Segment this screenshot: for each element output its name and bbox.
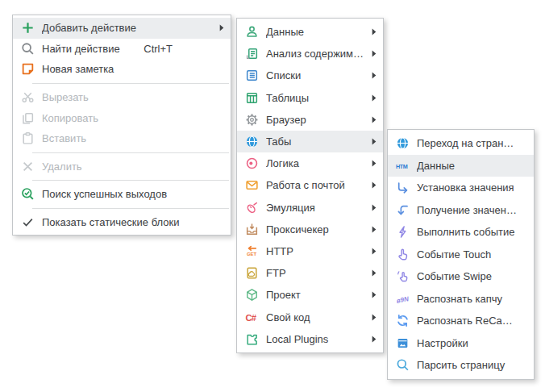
svg-text:в9N: в9N	[396, 295, 410, 305]
ftp-cloud-icon	[245, 266, 259, 280]
logic-circle-icon	[245, 156, 259, 170]
menu-item: Вырезать	[13, 87, 231, 108]
menu-item-label: Новая заметка	[42, 63, 224, 75]
menu-item-label: Проект	[266, 289, 367, 301]
add-action-submenu: ДанныеАнализ содержимогоСпискиТаблицыБра…	[236, 18, 384, 353]
submenu-arrow-icon	[367, 314, 377, 321]
menu-item-label: Получение значения	[417, 204, 518, 216]
menu-item-label: Табы	[266, 136, 367, 148]
http-get-icon: GET	[245, 244, 259, 258]
menu-item-label: Логика	[266, 157, 367, 169]
menu-item-label: Работа с почтой	[266, 179, 367, 191]
menu-item[interactable]: HTMДанные	[388, 155, 534, 177]
submenu-arrow-icon	[367, 116, 377, 123]
settings-window-icon	[396, 336, 410, 350]
get-value-arrow-icon	[396, 203, 410, 217]
menu-item[interactable]: Анализ содержимого	[237, 43, 383, 65]
mail-icon	[245, 178, 259, 192]
svg-text:GET: GET	[247, 252, 257, 256]
menu-item[interactable]: Переход на страницу	[388, 132, 534, 155]
menu-item-label: FTP	[266, 267, 367, 279]
menu-item-label: Событие Touch	[417, 248, 518, 261]
submenu-arrow-icon	[367, 72, 377, 79]
menu-item[interactable]: Новая заметка	[13, 59, 231, 80]
menu-item[interactable]: в9NРаспознать капчу	[388, 288, 534, 311]
svg-text:C#: C#	[245, 312, 256, 322]
menu-item-label: Парсить страницу	[417, 359, 518, 371]
menu-item-label: Данные	[417, 160, 518, 172]
menu-item-label: Копировать	[42, 112, 224, 124]
menu-item[interactable]: Данные	[237, 21, 383, 43]
menu-item[interactable]: Событие Touch	[388, 244, 534, 266]
menu-item[interactable]: Поиск успешных выходов	[13, 184, 231, 205]
submenu-arrow-icon	[367, 160, 377, 167]
menu-item-label: Вырезать	[42, 91, 224, 103]
menu-item[interactable]: Работа с почтой	[237, 174, 383, 196]
menu-item-label: Данные	[266, 26, 367, 38]
menu-item-label: Проксичекер	[266, 223, 367, 236]
menu-item-label: Событие Swipe	[417, 270, 518, 282]
menu-item[interactable]: Распознать ReCaptcha	[388, 310, 534, 332]
menu-item-label: Показать статические блоки	[42, 216, 224, 228]
menu-item-label: Установка значения	[417, 181, 518, 194]
menu-item-label: Настройки	[417, 337, 518, 349]
gear-icon	[245, 113, 259, 127]
menu-item[interactable]: Показать статические блоки	[13, 212, 231, 233]
menu-separator	[32, 180, 229, 181]
swipe-hand-icon	[396, 269, 410, 283]
menu-item[interactable]: Списки	[237, 65, 383, 86]
menu-item[interactable]: Проект	[237, 284, 383, 306]
menu-item[interactable]: Событие Swipe	[388, 265, 534, 288]
copy-icon	[21, 111, 35, 125]
menu-item[interactable]: C#Свой код	[237, 306, 383, 327]
menu-item[interactable]: FTP	[237, 262, 383, 284]
menu-item-label: Вставить	[42, 132, 224, 144]
person-icon	[245, 25, 259, 39]
menu-item-label: Распознать капчу	[417, 293, 518, 305]
menu-item-label: HTTP	[266, 245, 367, 257]
menu-separator	[32, 83, 229, 84]
menu-item-label: Таблицы	[266, 92, 367, 104]
submenu-arrow-icon	[367, 94, 377, 102]
menu-item[interactable]: Логика	[237, 152, 383, 174]
content-analysis-icon	[245, 47, 259, 60]
submenu-arrow-icon	[367, 181, 377, 189]
menu-item-label: Распознать ReCaptcha	[417, 315, 518, 327]
cube-icon	[245, 288, 259, 302]
menu-item[interactable]: Парсить страницу	[388, 354, 534, 377]
menu-item-label: Эмуляция	[266, 202, 367, 214]
menu-separator	[32, 152, 229, 153]
menu-item[interactable]: Local Plugins	[237, 328, 383, 350]
menu-item[interactable]: Проксичекер	[237, 219, 383, 240]
menu-item-label: Списки	[266, 69, 367, 81]
menu-item[interactable]: Табы	[237, 131, 383, 152]
paste-icon	[21, 131, 35, 145]
captcha-icon: в9N	[396, 292, 410, 306]
menu-item-label: Добавить действие	[42, 22, 214, 34]
list-icon	[245, 69, 259, 82]
proxy-inbox-icon	[245, 223, 259, 236]
menu-item[interactable]: Выполнить событие	[388, 221, 534, 244]
search-check-icon	[21, 187, 35, 201]
menu-item[interactable]: Браузер	[237, 109, 383, 131]
checkmark-icon	[21, 215, 35, 229]
globe-icon	[245, 135, 259, 148]
context-menu: Добавить действиеНайти действиеCtrl+TНов…	[12, 15, 231, 236]
menu-item[interactable]: Добавить действие	[13, 18, 231, 39]
submenu-arrow-icon	[367, 28, 377, 35]
submenu-arrow-icon	[367, 50, 377, 57]
screenshot-canvas: Добавить действиеНайти действиеCtrl+TНов…	[0, 0, 545, 392]
menu-item[interactable]: GETHTTP	[237, 240, 383, 262]
lightning-icon	[396, 225, 410, 239]
table-icon	[245, 91, 259, 105]
scissors-icon	[21, 90, 35, 104]
menu-item[interactable]: Таблицы	[237, 87, 383, 109]
menu-item[interactable]: Найти действиеCtrl+T	[13, 39, 231, 60]
menu-item[interactable]: Эмуляция	[237, 197, 383, 219]
menu-item[interactable]: Настройки	[388, 332, 534, 355]
note-icon	[21, 62, 35, 76]
menu-item-label: Выполнить событие	[417, 226, 518, 238]
shortcut-label: Ctrl+T	[144, 43, 173, 55]
menu-item[interactable]: Установка значения	[388, 177, 534, 199]
menu-item[interactable]: Получение значения	[388, 199, 534, 222]
